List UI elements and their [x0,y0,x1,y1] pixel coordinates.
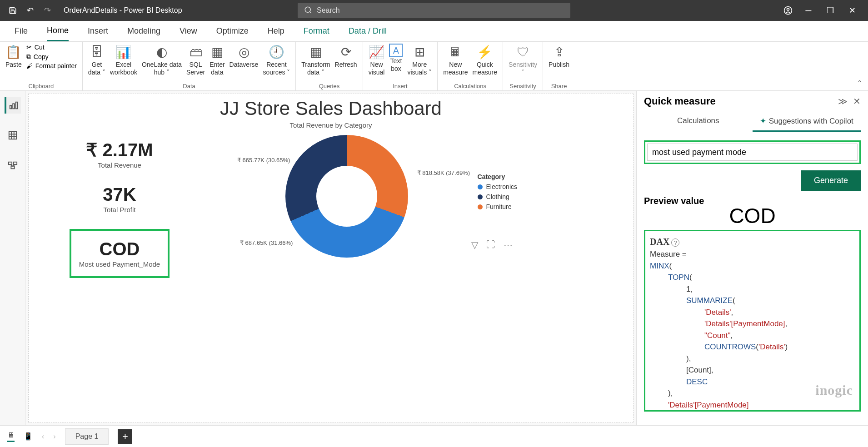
cut-button[interactable]: ✂Cut [26,44,77,51]
transform-data-button[interactable]: ▦Transformdata ˅ [301,44,330,76]
kpi-payment-mode[interactable]: COD Most used Payment_Mode [70,229,170,278]
format-painter-button[interactable]: 🖌Format painter [26,62,77,70]
recent-icon: 🕘 [269,44,284,61]
get-data-button[interactable]: 🗄Getdata ˅ [88,44,105,76]
sql-server-button[interactable]: 🗃SQLServer [186,44,205,76]
new-visual-button[interactable]: 📈Newvisual [369,44,385,76]
tab-view[interactable]: View [180,21,197,41]
dataverse-button[interactable]: ◎Dataverse [229,44,259,69]
tab-format[interactable]: Format [304,21,329,41]
kpi-profit-value: 37K [70,184,170,205]
dax-line: 'Details', [650,307,855,318]
calculator-icon: 🖩 [449,44,462,61]
page-tab-1[interactable]: Page 1 [65,428,109,445]
legend-item-electronics[interactable]: Electronics [478,183,517,190]
dax-line: 1, [650,283,855,295]
tab-help[interactable]: Help [268,21,284,41]
focus-mode-icon[interactable]: ⛶ [486,239,495,250]
legend-item-clothing[interactable]: Clothing [478,193,517,200]
tab-home[interactable]: Home [47,21,69,41]
dax-line: 'Details'[PaymentMode] [650,399,855,411]
insert-group-label: Insert [393,83,408,89]
donut-chart[interactable]: ₹ 665.77K (30.65%) ₹ 818.58K (37.69%) ₹ … [215,135,479,258]
tab-insert[interactable]: Insert [88,21,108,41]
chart-icon: 📈 [369,44,384,61]
search-input[interactable] [298,3,570,18]
account-icon[interactable] [783,6,793,15]
text-box-button[interactable]: ATextbox [389,44,403,73]
kpi-payment-label: Most used Payment_Mode [76,260,163,268]
cut-icon: ✂ [26,44,32,51]
recent-sources-button[interactable]: 🕘Recentsources ˅ [263,44,290,76]
copy-icon: ⧉ [26,53,31,60]
kpi-payment-value: COD [76,239,163,259]
sensitivity-button[interactable]: 🛡Sensitivity˅ [509,44,537,76]
tab-suggestions-copilot[interactable]: ✦Suggestions with Copilot [753,112,861,132]
minimize-icon[interactable]: ─ [803,6,814,15]
paste-button[interactable]: 📋 Paste [5,44,22,69]
svg-line-1 [309,11,311,13]
help-icon[interactable]: ? [671,238,679,247]
copy-button[interactable]: ⧉Copy [26,53,77,60]
tab-calculations[interactable]: Calculations [644,112,753,132]
dax-line: ), [650,353,855,365]
left-rail [0,91,25,425]
kpi-revenue[interactable]: ₹ 2.17M Total Revenue [70,139,170,169]
close-icon[interactable]: ✕ [846,5,858,15]
refresh-button[interactable]: ⟳Refresh [335,44,357,69]
generate-button[interactable]: Generate [801,170,861,191]
svg-point-3 [787,8,789,10]
sensitivity-group-label: Sensitivity [509,83,536,89]
app-title: OrderAndDetails - Power BI Desktop [64,6,182,15]
kpi-profit[interactable]: 37K Total Profit [70,184,170,214]
collapse-ribbon-icon[interactable]: ˄ [858,79,862,89]
add-page-button[interactable]: + [118,429,132,444]
legend-item-furniture[interactable]: Furniture [478,203,517,210]
prev-page-icon[interactable]: ‹ [42,432,44,441]
report-canvas[interactable]: JJ Store Sales Dashboard Total Revenue b… [25,91,636,425]
onelake-button[interactable]: ◐OneLake datahub ˅ [142,44,182,76]
share-group-label: Share [551,83,567,89]
more-visuals-button[interactable]: ⊞Morevisuals ˅ [407,44,432,76]
tab-modeling[interactable]: Modeling [127,21,160,41]
new-measure-button[interactable]: 🖩Newmeasure [443,44,468,76]
search-icon [304,6,312,16]
model-view-icon[interactable] [5,157,21,174]
dataverse-icon: ◎ [239,44,249,61]
dax-line: [Count], [650,364,855,376]
copilot-prompt-input[interactable] [647,144,858,161]
legend-title: Category [478,173,517,180]
redo-icon[interactable]: ↷ [43,6,52,15]
tab-data-drill[interactable]: Data / Drill [349,21,387,41]
svg-rect-12 [8,162,11,165]
dax-line: MINX( [650,260,855,272]
database-icon: 🗄 [90,44,103,61]
more-options-icon[interactable]: ⋯ [504,239,513,250]
mobile-layout-icon[interactable]: 📱 [24,432,33,441]
svg-rect-7 [9,132,16,139]
save-icon[interactable] [8,6,17,15]
ribbon: 📋 Paste ✂Cut ⧉Copy 🖌Format painter Clipb… [0,42,868,91]
transform-icon: ▦ [310,44,322,61]
excel-button[interactable]: 📊Excelworkbook [110,44,137,76]
close-panel-icon[interactable]: ✕ [853,96,861,107]
svg-rect-4 [10,105,11,109]
filter-icon[interactable]: ▽ [471,239,478,250]
data-view-icon[interactable] [5,127,21,144]
sparkle-icon: ✦ [760,117,766,125]
enter-data-button[interactable]: ▦Enterdata [210,44,224,76]
publish-button[interactable]: ⇪Publish [549,44,569,69]
quick-measure-button[interactable]: ⚡Quickmeasure [473,44,497,76]
report-view-icon[interactable] [5,97,21,114]
maximize-icon[interactable]: ❐ [824,5,836,15]
desktop-layout-icon[interactable]: 🖥 [7,431,15,442]
excel-icon: 📊 [115,44,131,61]
next-page-icon[interactable]: › [53,432,55,441]
dax-heading: DAX [650,237,669,247]
tab-optimize[interactable]: Optimize [216,21,249,41]
brush-icon: 🖌 [26,62,33,70]
undo-icon[interactable]: ↶ [25,6,35,15]
expand-panel-icon[interactable]: ≫ [838,96,848,107]
tab-file[interactable]: File [15,21,28,41]
dashboard-subtitle: Total Revenue by Category [29,121,633,129]
